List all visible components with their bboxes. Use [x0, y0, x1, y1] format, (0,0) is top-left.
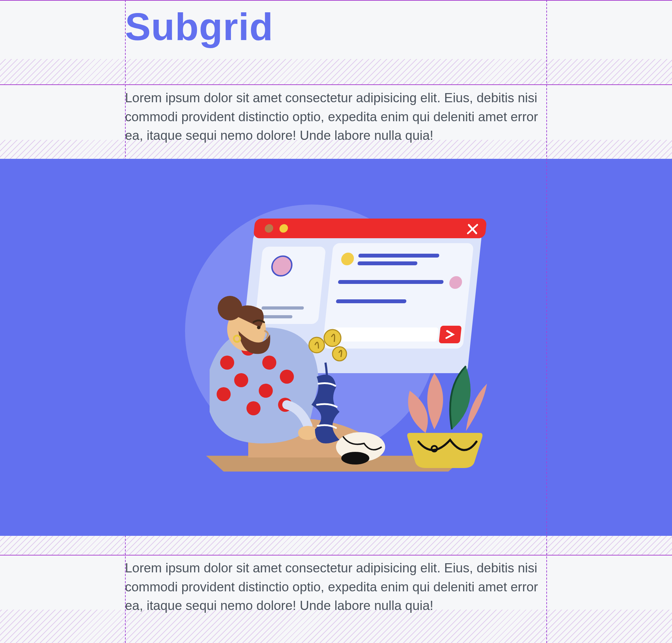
send-button-icon [439, 326, 462, 343]
content-column: Subgrid Lorem ipsum dolor sit amet conse… [125, 0, 547, 643]
svg-rect-2 [255, 247, 326, 324]
outro-paragraph: Lorem ipsum dolor sit amet consectetur a… [125, 559, 547, 615]
intro-paragraph: Lorem ipsum dolor sit amet consectetur a… [125, 89, 547, 145]
svg-point-27 [324, 330, 341, 346]
svg-point-28 [332, 347, 347, 361]
person-at-desk-illustration [160, 180, 512, 496]
svg-point-18 [259, 384, 273, 398]
page-title: Subgrid [125, 6, 274, 47]
svg-rect-7 [358, 254, 439, 258]
svg-point-13 [341, 452, 369, 465]
svg-point-16 [262, 356, 276, 370]
svg-point-19 [217, 387, 231, 401]
svg-rect-9 [338, 280, 443, 284]
svg-point-14 [220, 356, 234, 370]
svg-rect-11 [332, 327, 439, 342]
window-title-bar [253, 219, 487, 238]
svg-point-20 [280, 370, 294, 384]
svg-point-22 [246, 401, 261, 415]
svg-point-17 [234, 373, 248, 387]
svg-rect-10 [336, 299, 407, 303]
svg-rect-5 [261, 315, 292, 318]
svg-point-25 [257, 326, 261, 329]
svg-point-26 [309, 337, 324, 353]
svg-rect-4 [262, 306, 304, 310]
person-hand [298, 426, 318, 440]
css-grid-demo-page: Subgrid Lorem ipsum dolor sit amet conse… [0, 0, 672, 643]
chat-card [322, 243, 474, 349]
hero-illustration-panel [0, 159, 672, 536]
contact-card [255, 247, 326, 324]
svg-rect-8 [357, 261, 417, 265]
